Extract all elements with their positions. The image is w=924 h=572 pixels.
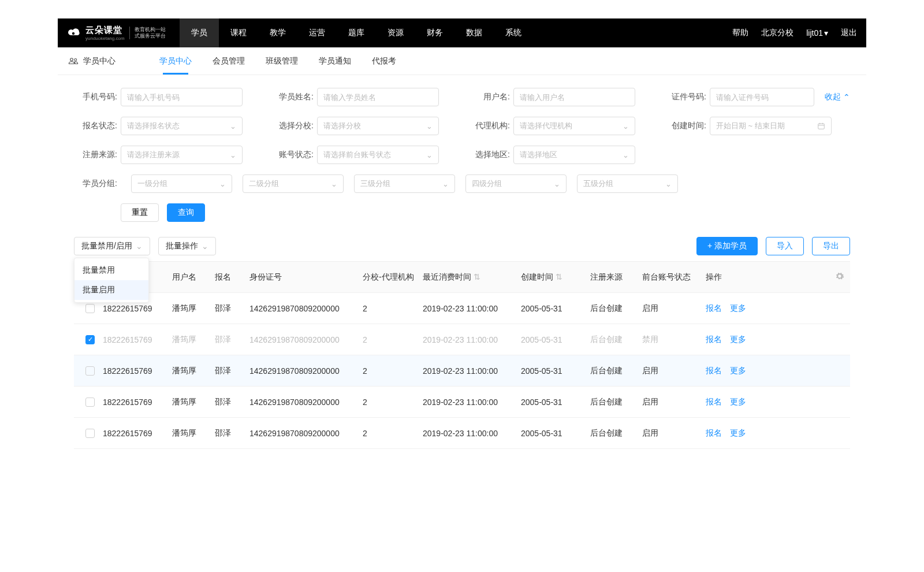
- col-status[interactable]: 前台账号状态: [639, 272, 702, 283]
- row-more-link[interactable]: 更多: [730, 397, 746, 407]
- col-idcard[interactable]: 身份证号: [246, 272, 359, 283]
- table-settings-button[interactable]: [829, 272, 850, 283]
- cell-username: 潘筠厚: [169, 397, 211, 407]
- nav-财务[interactable]: 财务: [415, 18, 454, 47]
- primary-nav: 学员课程教学运营题库资源财务数据系统: [180, 18, 533, 47]
- nav-运营[interactable]: 运营: [297, 18, 337, 47]
- col-enroll[interactable]: 报名: [211, 272, 246, 283]
- bulk-disable-option[interactable]: 批量禁用: [74, 261, 148, 280]
- table-row: 18222615769潘筠厚邵泽142629198708092000002201…: [74, 355, 850, 387]
- cell-enroll: 邵泽: [211, 303, 246, 314]
- bulk-toggle-menu: 批量禁用 批量启用: [74, 258, 149, 303]
- add-student-button[interactable]: + 添加学员: [696, 237, 758, 255]
- row-signup-link[interactable]: 报名: [706, 397, 722, 407]
- query-button[interactable]: 查询: [167, 203, 205, 222]
- col-lastpay[interactable]: 最近消费时间⇅: [419, 272, 517, 283]
- reg-source-select[interactable]: 请选择注册来源⌄: [121, 146, 243, 164]
- group-select-5[interactable]: 五级分组⌄: [577, 174, 678, 193]
- group-select-2[interactable]: 二级分组⌄: [243, 174, 344, 193]
- col-ops: 操作: [702, 272, 829, 283]
- bulk-toggle-dropdown[interactable]: 批量禁用/启用⌄: [74, 237, 150, 255]
- cell-status: 启用: [639, 303, 702, 314]
- row-more-link[interactable]: 更多: [730, 428, 746, 439]
- row-signup-link[interactable]: 报名: [706, 303, 722, 314]
- row-more-link[interactable]: 更多: [730, 303, 746, 314]
- row-signup-link[interactable]: 报名: [706, 335, 722, 345]
- logout-link[interactable]: 退出: [841, 28, 857, 38]
- col-campus[interactable]: 分校-代理机构: [359, 272, 419, 283]
- caret-down-icon: ▾: [824, 28, 828, 38]
- name-input[interactable]: [323, 93, 433, 102]
- page-title: 学员中心: [83, 56, 116, 66]
- chevron-down-icon: ⌄: [665, 180, 672, 188]
- row-checkbox[interactable]: ✓: [85, 335, 95, 344]
- tab-班级管理[interactable]: 班级管理: [266, 47, 298, 75]
- nav-学员[interactable]: 学员: [180, 18, 219, 47]
- create-time-range[interactable]: 开始日期 ~ 结束日期: [710, 117, 832, 135]
- tab-学员中心[interactable]: 学员中心: [159, 47, 192, 75]
- campus-select[interactable]: 请选择分校⌄: [317, 117, 439, 135]
- chevron-down-icon: ⌄: [554, 180, 560, 188]
- table-row: 18222615769潘筠厚邵泽142629198708092000002201…: [74, 387, 850, 418]
- bulk-ops-dropdown[interactable]: 批量操作⌄: [158, 237, 216, 255]
- cell-src: 后台创建: [587, 303, 639, 314]
- enroll-status-select[interactable]: 请选择报名状态⌄: [121, 117, 243, 135]
- breadcrumb: 学员中心: [68, 56, 116, 66]
- brand-logo: 云朵课堂 yunduoketang.com 教育机构一站式服务云平台: [67, 25, 166, 41]
- group-select-3[interactable]: 三级分组⌄: [354, 174, 455, 193]
- col-ctime[interactable]: 创建时间⇅: [517, 272, 587, 283]
- tab-学员通知[interactable]: 学员通知: [319, 47, 351, 75]
- row-checkbox[interactable]: [85, 429, 95, 438]
- account-status-select[interactable]: 请选择前台账号状态⌄: [317, 146, 439, 164]
- sort-icon: ⇅: [556, 272, 562, 281]
- row-more-link[interactable]: 更多: [730, 335, 746, 345]
- cell-idcard: 14262919870809200000: [246, 429, 359, 438]
- row-checkbox[interactable]: [85, 304, 95, 313]
- row-checkbox[interactable]: [85, 366, 95, 376]
- region-select[interactable]: 请选择地区⌄: [513, 146, 635, 164]
- top-navbar: 云朵课堂 yunduoketang.com 教育机构一站式服务云平台 学员课程教…: [58, 18, 866, 47]
- table-row: 18222615769潘筠厚邵泽142629198708092000002201…: [74, 418, 850, 449]
- row-more-link[interactable]: 更多: [730, 366, 746, 376]
- col-username[interactable]: 用户名: [169, 272, 211, 283]
- nav-数据[interactable]: 数据: [454, 18, 494, 47]
- user-menu[interactable]: lijt01▾: [806, 28, 828, 38]
- row-signup-link[interactable]: 报名: [706, 428, 722, 439]
- cell-lastpay: 2019-02-23 11:00:00: [419, 429, 517, 438]
- user-group-icon: [68, 56, 79, 66]
- tab-会员管理[interactable]: 会员管理: [213, 47, 245, 75]
- students-table: 用户名 报名 身份证号 分校-代理机构 最近消费时间⇅ 创建时间⇅ 注册来源 前…: [74, 261, 850, 449]
- group-select-1[interactable]: 一级分组⌄: [131, 174, 232, 193]
- table-toolbar: 批量禁用/启用⌄ 批量操作⌄ 批量禁用 批量启用 + 添加学员 导入 导出: [58, 237, 866, 261]
- nav-教学[interactable]: 教学: [258, 18, 297, 47]
- row-checkbox[interactable]: [85, 398, 95, 407]
- nav-课程[interactable]: 课程: [219, 18, 258, 47]
- nav-资源[interactable]: 资源: [376, 18, 415, 47]
- filter-phone: 手机号码:: [74, 88, 243, 106]
- agency-select[interactable]: 请选择代理机构⌄: [513, 117, 635, 135]
- chevron-down-icon: ⌄: [202, 242, 208, 251]
- svg-point-0: [72, 32, 74, 35]
- tab-代报考[interactable]: 代报考: [372, 47, 396, 75]
- collapse-toggle[interactable]: 收起⌃: [825, 92, 850, 102]
- reset-button[interactable]: 重置: [121, 203, 159, 222]
- cell-campus: 2: [359, 304, 419, 313]
- phone-input[interactable]: [127, 93, 236, 102]
- row-signup-link[interactable]: 报名: [706, 366, 722, 376]
- cell-status: 禁用: [639, 335, 702, 345]
- cell-lastpay: 2019-02-23 11:00:00: [419, 335, 517, 344]
- idno-input[interactable]: [716, 93, 808, 102]
- group-select-4[interactable]: 四级分组⌄: [465, 174, 567, 193]
- export-button[interactable]: 导出: [812, 237, 850, 255]
- help-link[interactable]: 帮助: [732, 28, 748, 38]
- bulk-enable-option[interactable]: 批量启用: [74, 280, 148, 300]
- nav-题库[interactable]: 题库: [337, 18, 376, 47]
- chevron-down-icon: ⌄: [426, 151, 433, 159]
- nav-系统[interactable]: 系统: [494, 18, 533, 47]
- import-button[interactable]: 导入: [766, 237, 804, 255]
- cell-status: 启用: [639, 428, 702, 439]
- username-input[interactable]: [520, 93, 629, 102]
- col-regsrc[interactable]: 注册来源: [587, 272, 639, 283]
- campus-link[interactable]: 北京分校: [761, 28, 793, 38]
- cell-src: 后台创建: [587, 366, 639, 376]
